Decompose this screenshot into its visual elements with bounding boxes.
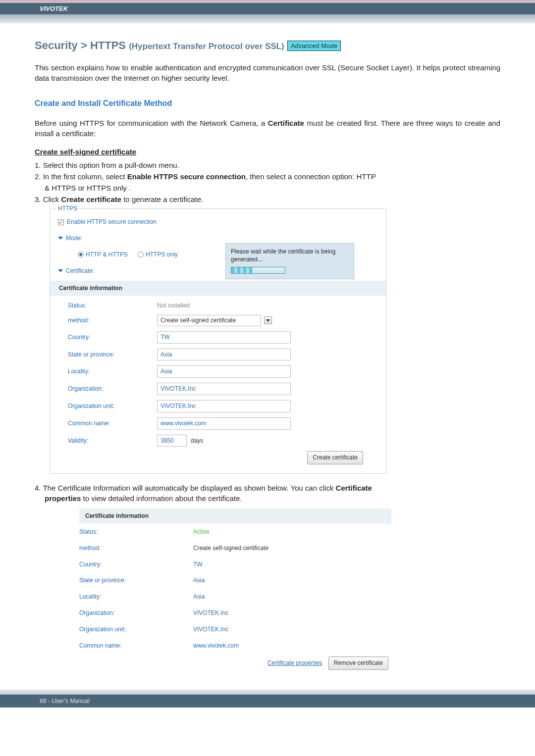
page-title: Security > HTTPS (Hypertext Transfer Pro… xyxy=(35,38,500,53)
p2-locality-l: Locality: xyxy=(79,593,193,601)
step-2b: Enable HTTPS secure connection xyxy=(127,172,246,181)
chevron-down-icon xyxy=(58,269,63,272)
certificate-properties-link[interactable]: Certificate properties xyxy=(268,659,322,667)
p2-method: method: Create self-signed certificate xyxy=(79,540,391,556)
s4a: 4. The Certificate Information will auto… xyxy=(35,484,336,492)
p2-country-l: Country: xyxy=(79,560,193,569)
p2-locality: Locality: Asia xyxy=(79,589,391,605)
p2-org-v: VIVOTEK.Inc xyxy=(193,609,228,617)
p2-state: State or province: Asia xyxy=(79,572,391,589)
p2-cn: Common name: www.vivotek.com xyxy=(79,638,391,654)
p2-status-l: Status: xyxy=(79,528,193,536)
brand-text: VIVOTEK xyxy=(40,5,68,12)
p2-org-l: Organization: xyxy=(79,609,193,617)
label-state: State or province: xyxy=(58,351,157,359)
progress-fill xyxy=(231,267,253,273)
p2-status-v: Active xyxy=(193,528,210,536)
remove-certificate-button[interactable]: Remove certificate xyxy=(328,656,388,670)
label-orgu: Organization unit: xyxy=(58,402,157,410)
create-btn-row: Create certificate xyxy=(58,451,378,464)
row-state: State or province: Asia xyxy=(58,346,378,363)
orgu-input[interactable]: VIVOTEK.Inc xyxy=(157,400,291,412)
org-input[interactable]: VIVOTEK.Inc xyxy=(157,383,291,395)
p2-state-l: State or province: xyxy=(79,576,193,585)
before-text-1: Before using HTTPS for communication wit… xyxy=(35,119,268,127)
overlay-line-1: Please wait while the certificate is bei… xyxy=(231,248,349,256)
progress-bar xyxy=(231,267,285,274)
method-select[interactable]: Create self-signed certificate xyxy=(157,315,261,326)
certificate-label: Certificate: xyxy=(66,267,94,275)
radio-https-only[interactable] xyxy=(138,252,144,257)
cert-form: Status: Not installed method: Create sel… xyxy=(58,299,378,464)
row-method: method: Create self-signed certificate xyxy=(58,312,378,329)
advanced-mode-badge: Advanced Mode xyxy=(287,41,341,51)
value-status: Not installed xyxy=(157,302,190,310)
title-main: Security > HTTPS xyxy=(35,39,126,51)
enable-https-label: Enable HTTPS secure connection xyxy=(67,218,157,226)
step-4-real: 4. The Certificate Information will auto… xyxy=(35,483,500,504)
p2-footer: Certificate properties Remove certificat… xyxy=(79,654,391,670)
p2-org: Organization: VIVOTEK.Inc xyxy=(79,605,391,621)
enable-https-checkbox[interactable] xyxy=(58,219,64,225)
step-1: 1. Select this option from a pull-down m… xyxy=(35,160,500,170)
chevron-down-icon xyxy=(58,237,63,240)
p2-locality-v: Asia xyxy=(193,593,205,601)
overlay-anchor: Certificate: Please wait while the certi… xyxy=(58,263,378,279)
step-3: 3. Click Create certificate to generate … xyxy=(35,194,500,204)
row-status: Status: Not installed xyxy=(58,299,378,312)
p2-country-v: TW xyxy=(193,560,203,569)
opt-https-only: HTTPS only xyxy=(146,251,178,259)
step-3a: 3. Click xyxy=(35,195,61,203)
p2-cn-l: Common name: xyxy=(79,642,193,650)
validity-input[interactable]: 3650 xyxy=(157,435,187,447)
method-select-value: Create self-signed certificate xyxy=(160,316,236,325)
p2-orgu-v: VIVOTEK.Inc xyxy=(193,625,228,634)
p2-method-v: Create self-signed certificate xyxy=(193,544,268,553)
panel2-header: Certificate information xyxy=(79,508,391,524)
radio-http-and-https[interactable] xyxy=(78,252,84,257)
create-certificate-button[interactable]: Create certificate xyxy=(307,451,363,464)
cn-input[interactable]: www.vivotek.com xyxy=(157,417,291,430)
before-text: Before using HTTPS for communication wit… xyxy=(35,118,500,139)
step-2-cont: & HTTPS or HTTPS only . xyxy=(35,183,500,193)
create-self-signed-heading: Create self-signed certificate xyxy=(35,147,500,157)
dropdown-icon[interactable] xyxy=(264,316,272,324)
https-panel: HTTPS Enable HTTPS secure connection Mod… xyxy=(50,208,386,474)
overlay-line-2: generated... xyxy=(231,255,349,264)
p2-status: Status: Active xyxy=(79,524,391,540)
p2-orgu: Organization unit: VIVOTEK.Inc xyxy=(79,621,391,638)
row-orgu: Organization unit: VIVOTEK.Inc xyxy=(58,398,378,415)
step-2a: 2. In the first column, select xyxy=(35,172,127,181)
mode-label: Mode: xyxy=(66,234,82,243)
country-input[interactable]: TW xyxy=(157,331,291,344)
header-strip xyxy=(0,14,535,23)
footer-text: 68 - User's Manual xyxy=(40,698,89,705)
state-input[interactable]: Asia xyxy=(157,349,291,361)
s4prop: properties xyxy=(45,494,81,503)
cert-result-panel: Certificate information Status: Active m… xyxy=(79,508,391,670)
method-heading: Create and Install Certificate Method xyxy=(35,98,500,109)
footer-bar: 68 - User's Manual xyxy=(0,695,535,707)
step-2: 2. In the first column, select Enable HT… xyxy=(35,171,500,182)
generating-overlay: Please wait while the certificate is bei… xyxy=(225,243,354,280)
p2-cn-v: www.vivotek.com xyxy=(193,642,239,650)
opt-http-https: HTTP & HTTPS xyxy=(86,251,128,259)
s4c: to view detailed information about the c… xyxy=(81,494,242,503)
row-validity: Validity: 3650 days xyxy=(58,432,378,450)
label-locality: Locality: xyxy=(58,367,157,376)
cert-info-header: Certificate information xyxy=(50,281,386,296)
step-2c: , then select a connection option: HTTP xyxy=(246,172,376,181)
label-cn: Common name: xyxy=(58,419,157,428)
locality-input[interactable]: Asia xyxy=(157,365,291,378)
step-3c: to generate a certificate. xyxy=(121,195,203,203)
p2-orgu-l: Organization unit: xyxy=(79,625,193,634)
p2-method-l: method: xyxy=(79,544,193,553)
before-bold: Certificate xyxy=(268,119,304,127)
enable-row: Enable HTTPS secure connection xyxy=(58,214,378,230)
row-cn: Common name: www.vivotek.com xyxy=(58,415,378,432)
row-org: Organization: VIVOTEK.Inc xyxy=(58,380,378,398)
label-country: Country: xyxy=(58,333,157,342)
content-area: Security > HTTPS (Hypertext Transfer Pro… xyxy=(0,23,535,690)
brand-header: VIVOTEK xyxy=(0,3,535,14)
row-locality: Locality: Asia xyxy=(58,363,378,380)
